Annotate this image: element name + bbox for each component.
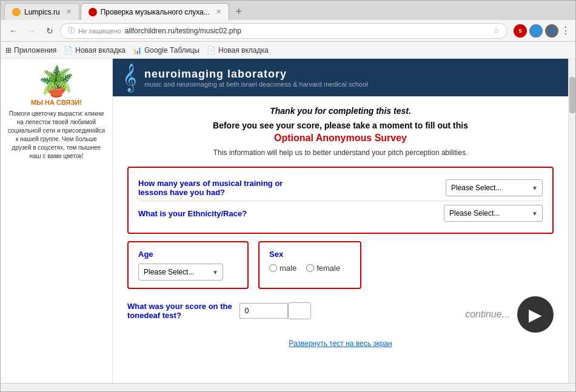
extension-button-1[interactable]: 5	[514, 24, 527, 38]
thank-you-text: Thank you for completing this test.	[127, 106, 554, 116]
page-area: 🪴 МЫ НА СВЯЗИ! Помоги цветочку вырасти: …	[1, 59, 575, 383]
bookmark-newtab-label-1: Новая вкладка	[75, 46, 126, 55]
continue-section: continue... ▶	[465, 296, 554, 333]
reload-button[interactable]: ↻	[42, 23, 58, 39]
sex-female-radio[interactable]	[306, 264, 314, 272]
header-subtitle: music and neuroimaging at beth israel de…	[144, 81, 368, 88]
bookmark-apps[interactable]: ⊞ Приложения	[5, 46, 56, 55]
tab-label-1: Lumpics.ru	[24, 8, 60, 16]
newtab-icon-2: 📄	[207, 46, 216, 55]
score-question-line2: tonedeaf test?	[127, 311, 232, 320]
bookmark-star-icon[interactable]: ☆	[493, 27, 500, 35]
sex-box: Sex male female	[258, 241, 361, 289]
bookmark-apps-label: Приложения	[14, 46, 56, 55]
score-question-area: What was your score on the tonedeaf test…	[127, 302, 232, 320]
optional-title: Optional Anonymous Survey	[127, 133, 554, 144]
before-score-text: Before you see your score, please take a…	[127, 121, 554, 130]
musical-training-row: How many years of musical training or le…	[138, 175, 543, 201]
apps-icon: ⊞	[5, 46, 12, 55]
bookmark-sheets-label: Google Таблицы	[144, 46, 199, 55]
age-select-wrapper: Please Select... Under 10 10-14 15-19 20…	[138, 264, 223, 281]
age-box: Age Please Select... Under 10 10-14 15-1…	[127, 241, 249, 289]
musical-training-select[interactable]: Please Select... 0 1-2 3-5 6-10 11-15 16…	[446, 179, 543, 196]
main-question-box: How many years of musical training or le…	[127, 167, 554, 234]
header-text: neuroimaging laboratory music and neuroi…	[144, 68, 368, 88]
browser-window: Lumpics.ru ✕ Проверка музыкального слуха…	[0, 0, 576, 392]
tab-favicon-2	[89, 8, 97, 16]
ethnicity-select[interactable]: Please Select... White/Caucasian Black/A…	[444, 205, 543, 222]
extension-button-2[interactable]: 🌐	[529, 24, 543, 38]
ethnicity-row: What is your Ethnicity/Race? Please Sele…	[138, 201, 543, 225]
score-select[interactable]: 0	[288, 302, 311, 319]
not-secure-label: Не защищено	[78, 27, 121, 35]
sex-label: Sex	[269, 250, 350, 259]
sheets-icon: 📊	[133, 46, 142, 55]
tab-music[interactable]: Проверка музыкального слуха... ✕	[81, 3, 229, 20]
continue-text: continue...	[465, 309, 510, 320]
sex-female-text: female	[316, 264, 340, 273]
new-tab-button[interactable]: +	[230, 3, 247, 20]
sex-male-radio[interactable]	[269, 264, 277, 272]
tab-bar: Lumpics.ru ✕ Проверка музыкального слуха…	[1, 1, 575, 20]
forward-button[interactable]: →	[24, 23, 39, 39]
ethnicity-select-wrapper: Please Select... White/Caucasian Black/A…	[444, 205, 543, 222]
profile-button[interactable]: 👤	[545, 24, 558, 38]
back-button[interactable]: ←	[5, 23, 21, 39]
secure-icon: ⓘ	[68, 26, 75, 35]
sidebar-title: МЫ НА СВЯЗИ!	[7, 99, 106, 106]
address-text: allforchildren.ru/testing/music02.php	[125, 27, 486, 35]
sidebar-text: Помоги цветочку вырасти: кликни на лепес…	[7, 110, 106, 161]
lab-logo-icon: 𝄞	[122, 64, 137, 91]
sex-female-label[interactable]: female	[306, 264, 340, 273]
bookmark-newtab-label-2: Новая вкладка	[218, 46, 269, 55]
expand-link[interactable]: Развернуть тест на весь экран	[289, 339, 392, 348]
info-text: This information will help us to better …	[127, 148, 554, 157]
sidebar: 🪴 МЫ НА СВЯЗИ! Помоги цветочку вырасти: …	[1, 59, 113, 383]
expand-link-area: Развернуть тест на весь экран	[127, 339, 554, 348]
score-input-wrap: 0	[239, 302, 311, 319]
age-select[interactable]: Please Select... Under 10 10-14 15-19 20…	[138, 264, 223, 281]
sex-male-text: male	[280, 264, 296, 273]
score-row: What was your score on the tonedeaf test…	[127, 302, 311, 320]
survey-area: Thank you for completing this test. Befo…	[113, 96, 568, 357]
score-dropdown-wrapper: 0	[288, 302, 311, 319]
newtab-icon-1: 📄	[64, 46, 73, 55]
score-question-line1: What was your score on the	[127, 302, 232, 311]
nav-right-buttons: 5 🌐 👤 ⋮	[514, 24, 571, 38]
tab-close-2[interactable]: ✕	[216, 8, 221, 16]
bookmark-newtab-1[interactable]: 📄 Новая вкладка	[64, 46, 126, 55]
musical-training-label: How many years of musical training or le…	[138, 179, 308, 197]
tab-close-1[interactable]: ✕	[66, 8, 72, 16]
age-sex-row: Age Please Select... Under 10 10-14 15-1…	[127, 241, 554, 289]
scrollbar[interactable]	[568, 59, 575, 383]
main-content: 𝄞 neuroimaging laboratory music and neur…	[113, 59, 568, 383]
ethnicity-label: What is your Ethnicity/Race?	[138, 209, 247, 218]
flower-icon: 🪴	[7, 65, 106, 99]
bottom-bar	[1, 383, 575, 391]
address-bar[interactable]: ⓘ Не защищено allforchildren.ru/testing/…	[60, 23, 507, 39]
score-input[interactable]	[239, 303, 288, 319]
bookmark-newtab-2[interactable]: 📄 Новая вкладка	[207, 46, 269, 55]
sex-male-label[interactable]: male	[269, 264, 296, 273]
menu-button[interactable]: ⋮	[561, 25, 571, 36]
score-continue-area: What was your score on the tonedeaf test…	[127, 296, 554, 333]
header-title: neuroimaging laboratory	[144, 68, 368, 81]
musical-training-select-wrapper: Please Select... 0 1-2 3-5 6-10 11-15 16…	[446, 179, 543, 196]
continue-button[interactable]: ▶	[517, 296, 554, 333]
tab-label-2: Проверка музыкального слуха...	[101, 8, 210, 16]
bookmark-sheets[interactable]: 📊 Google Таблицы	[133, 46, 199, 55]
tab-lumpics[interactable]: Lumpics.ru ✕	[4, 3, 79, 20]
tab-favicon-1	[12, 8, 21, 16]
header-banner: 𝄞 neuroimaging laboratory music and neur…	[113, 59, 568, 96]
scroll-thumb[interactable]	[569, 77, 575, 113]
sex-radio-group: male female	[269, 264, 350, 273]
continue-arrow-icon: ▶	[529, 305, 542, 325]
nav-bar: ← → ↻ ⓘ Не защищено allforchildren.ru/te…	[1, 20, 575, 42]
bookmarks-bar: ⊞ Приложения 📄 Новая вкладка 📊 Google Та…	[1, 42, 575, 59]
age-label: Age	[138, 250, 238, 259]
